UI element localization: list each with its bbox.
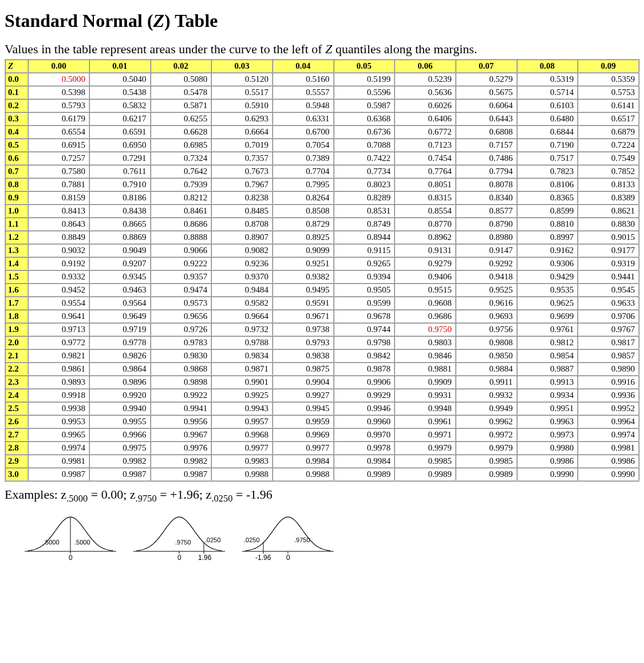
z-cell: 0.5948 xyxy=(272,99,334,112)
z-cell: 0.9834 xyxy=(211,349,272,362)
z-cell: 0.9929 xyxy=(334,389,395,402)
z-cell: 0.9946 xyxy=(334,402,395,415)
z-cell: 0.7257 xyxy=(28,152,89,165)
z-cell: 0.9744 xyxy=(334,323,395,336)
z-cell: 0.5714 xyxy=(517,86,578,99)
z-cell: 0.8023 xyxy=(334,178,395,191)
title-post: ) Table xyxy=(164,10,218,31)
z-cell: 0.7190 xyxy=(517,139,578,152)
z-cell: 0.9984 xyxy=(334,455,395,468)
z-cell: 0.9987 xyxy=(28,468,89,481)
z-cell: 0.9406 xyxy=(394,270,456,283)
z-cell: 0.7852 xyxy=(578,165,639,178)
z-cell: 0.9495 xyxy=(272,283,334,297)
z-cell: 0.9967 xyxy=(151,428,212,441)
z-cell: 0.6879 xyxy=(578,125,639,139)
z-cell: 0.9778 xyxy=(89,336,151,349)
z-cell: 0.5398 xyxy=(28,86,89,99)
z-cell: 0.9115 xyxy=(334,244,395,257)
z-cell: 0.8770 xyxy=(394,218,456,231)
row-header: 0.7 xyxy=(5,165,28,178)
z-cell: 0.8962 xyxy=(394,231,456,244)
z-cell: 0.9878 xyxy=(334,362,395,376)
z-cell: 0.9966 xyxy=(89,428,151,441)
z-cell: 0.8106 xyxy=(517,178,578,191)
z-cell: 0.9964 xyxy=(578,415,639,428)
z-cell: 0.7291 xyxy=(89,152,151,165)
row-header: 1.3 xyxy=(5,244,28,257)
z-cell: 0.9817 xyxy=(578,336,639,349)
z-cell: 0.6700 xyxy=(272,125,334,139)
z-cell: 0.9719 xyxy=(89,323,151,336)
z-cell: 0.7764 xyxy=(394,165,456,178)
z-cell: 0.6026 xyxy=(394,99,456,112)
col-header: 0.08 xyxy=(517,60,578,73)
z-cell: 0.6554 xyxy=(28,125,89,139)
z-cell: 0.6628 xyxy=(151,125,212,139)
z-cell: 0.9881 xyxy=(394,362,456,376)
z-cell: 0.9826 xyxy=(89,349,151,362)
z-cell: 0.8729 xyxy=(272,218,334,231)
z-cell: 0.9850 xyxy=(456,349,517,362)
z-cell: 0.8907 xyxy=(211,231,272,244)
z-cell: 0.8340 xyxy=(456,191,517,204)
z-cell: 0.9732 xyxy=(211,323,272,336)
curve-tick-label: 0 xyxy=(177,554,181,562)
title-pre: Standard Normal ( xyxy=(5,10,153,31)
z-cell: 0.9750 xyxy=(394,323,456,336)
z-cell: 0.9292 xyxy=(456,257,517,270)
z-cell: 0.6915 xyxy=(28,139,89,152)
z-cell: 0.9982 xyxy=(89,455,151,468)
z-cell: 0.6772 xyxy=(394,125,456,139)
z-cell: 0.8830 xyxy=(578,218,639,231)
z-cell: 0.6217 xyxy=(89,112,151,125)
curve-right-area: .0250 xyxy=(205,536,221,543)
z-cell: 0.9940 xyxy=(89,402,151,415)
z-cell: 0.9656 xyxy=(151,310,212,323)
z-cell: 0.9761 xyxy=(517,323,578,336)
z-cell: 0.9793 xyxy=(272,336,334,349)
row-header: 0.0 xyxy=(5,73,28,86)
z-cell: 0.9868 xyxy=(151,362,212,376)
z-cell: 0.8413 xyxy=(28,204,89,218)
z-cell: 0.5636 xyxy=(394,86,456,99)
col-header: 0.09 xyxy=(578,60,639,73)
z-cell: 0.9738 xyxy=(272,323,334,336)
row-header: 2.5 xyxy=(5,402,28,415)
subtitle-post: quantiles along the margins. xyxy=(332,42,477,56)
z-cell: 0.9963 xyxy=(517,415,578,428)
z-cell: 0.9452 xyxy=(28,283,89,297)
col-header: 0.01 xyxy=(89,60,151,73)
z-cell: 0.9545 xyxy=(578,283,639,297)
z-cell: 0.8389 xyxy=(578,191,639,204)
z-cell: 0.6736 xyxy=(334,125,395,139)
z-cell: 0.7123 xyxy=(394,139,456,152)
row-header: 1.6 xyxy=(5,283,28,297)
z-cell: 0.7995 xyxy=(272,178,334,191)
z-cell: 0.9032 xyxy=(28,244,89,257)
z-cell: 0.9890 xyxy=(578,362,639,376)
z-cell: 0.9382 xyxy=(272,270,334,283)
z-cell: 0.9049 xyxy=(89,244,151,257)
z-cell: 0.9192 xyxy=(28,257,89,270)
z-cell: 0.9972 xyxy=(456,428,517,441)
z-cell: 0.9664 xyxy=(211,310,272,323)
z-cell: 0.6293 xyxy=(211,112,272,125)
z-cell: 0.9633 xyxy=(578,297,639,310)
z-cell: 0.6368 xyxy=(334,112,395,125)
z-cell: 0.7357 xyxy=(211,152,272,165)
z-cell: 0.6255 xyxy=(151,112,212,125)
z-cell: 0.5675 xyxy=(456,86,517,99)
z-cell: 0.9911 xyxy=(456,376,517,389)
z-cell: 0.8708 xyxy=(211,218,272,231)
z-cell: 0.9505 xyxy=(334,283,395,297)
z-cell: 0.9857 xyxy=(578,349,639,362)
z-cell: 0.7642 xyxy=(151,165,212,178)
z-cell: 0.9147 xyxy=(456,244,517,257)
z-cell: 0.6443 xyxy=(456,112,517,125)
z-cell: 0.7517 xyxy=(517,152,578,165)
z-cell: 0.6331 xyxy=(272,112,334,125)
z-cell: 0.8790 xyxy=(456,218,517,231)
z-cell: 0.5557 xyxy=(272,86,334,99)
z-cell: 0.6591 xyxy=(89,125,151,139)
